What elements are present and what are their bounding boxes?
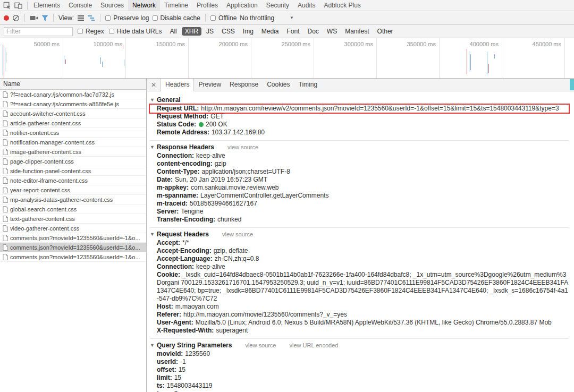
- request-row[interactable]: account-switcher-content.css: [0, 109, 146, 118]
- file-icon: [3, 216, 8, 222]
- tab-console[interactable]: Console: [64, 0, 96, 11]
- detail-tab-response[interactable]: Response: [225, 79, 263, 91]
- tab-timeline[interactable]: Timeline: [160, 0, 192, 11]
- view-source-link[interactable]: view source: [245, 342, 276, 348]
- view-list-icon[interactable]: [77, 15, 85, 21]
- header-value: gzip: [215, 160, 226, 167]
- filter-input[interactable]: [4, 27, 73, 36]
- collapse-triangle-icon[interactable]: ▼: [150, 144, 154, 150]
- disable-cache-label[interactable]: Disable cache: [161, 14, 200, 22]
- request-row[interactable]: side-function-panel-content.css: [0, 166, 146, 176]
- timeline-activity-mark: [470, 54, 471, 70]
- tab-network[interactable]: Network: [128, 0, 160, 11]
- filter-type-img[interactable]: Img: [240, 27, 257, 36]
- regex-checkbox[interactable]: [78, 29, 83, 34]
- record-icon[interactable]: [4, 15, 9, 21]
- section-name: General: [157, 96, 181, 104]
- filter-type-font[interactable]: Font: [284, 27, 303, 36]
- request-row[interactable]: comments.json?movieId=1235560&userId=-1&…: [0, 233, 146, 243]
- filter-type-all[interactable]: All: [166, 27, 180, 36]
- collapse-triangle-icon[interactable]: ▼: [150, 232, 154, 237]
- filter-type-xhr[interactable]: XHR: [182, 27, 201, 36]
- disable-cache-checkbox[interactable]: [153, 15, 158, 21]
- filter-type-media[interactable]: Media: [258, 27, 282, 36]
- tab-security[interactable]: Security: [262, 0, 293, 11]
- close-icon[interactable]: ✕: [147, 81, 161, 89]
- request-row[interactable]: ?f=react-canary:/js/comments-a858fe5e.js: [0, 99, 146, 109]
- view-source-link[interactable]: view source: [222, 231, 253, 237]
- collapse-triangle-icon[interactable]: ▼: [150, 97, 154, 103]
- request-row[interactable]: notification-manager-content.css: [0, 138, 146, 147]
- preserve-log-checkbox[interactable]: [105, 15, 111, 21]
- tab-elements[interactable]: Elements: [29, 0, 64, 11]
- header-value: GET: [210, 113, 224, 120]
- detail-tab-preview[interactable]: Preview: [194, 79, 225, 91]
- view-url-encoded-link[interactable]: view URL encoded: [289, 342, 338, 348]
- header-name: Date:: [157, 176, 173, 183]
- timeline-activity-mark: [100, 57, 101, 64]
- request-row[interactable]: text-gatherer-content.css: [0, 214, 146, 224]
- header-row: offset:15: [150, 366, 569, 374]
- regex-label[interactable]: Regex: [86, 28, 104, 35]
- scrollbar-thumb[interactable]: [570, 79, 574, 90]
- request-row[interactable]: mp-analysis-datas-gatherer-content.css: [0, 195, 146, 204]
- request-row[interactable]: image-gatherer-content.css: [0, 147, 146, 157]
- filter-type-manifest[interactable]: Manifest: [342, 27, 372, 36]
- offline-label[interactable]: Offline: [218, 14, 237, 22]
- detail-tab-timing[interactable]: Timing: [294, 79, 322, 91]
- name-column-header[interactable]: Name: [0, 79, 146, 90]
- tab-adblock-plus[interactable]: Adblock Plus: [319, 0, 365, 11]
- tab-sources[interactable]: Sources: [96, 0, 128, 11]
- request-row[interactable]: note-editor-iframe-content.css: [0, 176, 146, 185]
- request-row[interactable]: ?f=react-canary:/js/common-fac7d732.js: [0, 90, 146, 99]
- filter-type-ws[interactable]: WS: [324, 27, 340, 36]
- filter-funnel-icon[interactable]: [41, 15, 48, 21]
- tab-profiles[interactable]: Profiles: [192, 0, 222, 11]
- header-row: m-appkey:com.sankuai.movie.review.web: [150, 184, 569, 192]
- request-row[interactable]: global-search-content.css: [0, 204, 146, 214]
- header-row: Status Code:200 OK: [150, 121, 569, 129]
- section-title[interactable]: ▼Query String Parametersview sourceview …: [150, 340, 569, 350]
- header-name: offset:: [157, 366, 176, 373]
- header-name: Accept-Encoding:: [157, 247, 212, 254]
- request-row[interactable]: comments.json?movieId=1235560&userId=-1&…: [0, 252, 146, 262]
- preserve-log-label[interactable]: Preserve log: [113, 14, 149, 22]
- network-overview-timeline[interactable]: 50000 ms100000 ms150000 ms200000 ms25000…: [0, 38, 574, 79]
- request-row[interactable]: notifier-content.css: [0, 128, 146, 138]
- filter-type-doc[interactable]: Doc: [305, 27, 322, 36]
- screenshot-camera-icon[interactable]: [30, 15, 38, 21]
- section-title[interactable]: ▼Response Headersview source: [150, 142, 569, 152]
- request-row[interactable]: page-clipper-content.css: [0, 157, 146, 166]
- file-icon: [3, 177, 8, 184]
- clear-icon[interactable]: [12, 14, 20, 22]
- filter-type-other[interactable]: Other: [374, 27, 396, 36]
- file-icon: [3, 225, 8, 232]
- offline-checkbox[interactable]: [210, 15, 216, 21]
- device-toolbar-icon[interactable]: [14, 2, 22, 9]
- section-title[interactable]: ▼Request Headersview source: [150, 229, 569, 239]
- file-icon: [3, 168, 8, 174]
- header-value: chunked: [217, 216, 241, 223]
- filter-type-js[interactable]: JS: [203, 27, 217, 36]
- header-value: 3: [174, 390, 178, 392]
- request-row[interactable]: comments.json?movieId=1235560&userId=-1&…: [0, 243, 146, 252]
- tab-application[interactable]: Application: [222, 0, 262, 11]
- detail-tab-cookies[interactable]: Cookies: [263, 79, 294, 91]
- header-row: Request URL:http://m.maoyan.com/review/v…: [150, 105, 569, 113]
- view-waterfall-icon[interactable]: [88, 15, 95, 21]
- throttling-select[interactable]: No throttling ▼: [240, 14, 294, 22]
- view-source-link[interactable]: view source: [227, 144, 258, 150]
- section-title[interactable]: ▼General: [150, 95, 569, 105]
- filter-type-css[interactable]: CSS: [218, 27, 238, 36]
- inspect-element-icon[interactable]: [3, 2, 11, 10]
- headers-section: ▼Query String Parametersview sourceview …: [150, 339, 569, 392]
- divider: [53, 14, 54, 22]
- request-row[interactable]: video-gatherer-content.css: [0, 224, 146, 233]
- collapse-triangle-icon[interactable]: ▼: [150, 343, 154, 348]
- detail-tab-headers[interactable]: Headers: [161, 79, 194, 91]
- request-row[interactable]: year-report-content.css: [0, 185, 146, 195]
- request-row[interactable]: article-gatherer-content.css: [0, 118, 146, 128]
- hide-data-urls-label[interactable]: Hide data URLs: [117, 28, 162, 35]
- tab-audits[interactable]: Audits: [293, 0, 319, 11]
- hide-data-urls-checkbox[interactable]: [109, 29, 114, 34]
